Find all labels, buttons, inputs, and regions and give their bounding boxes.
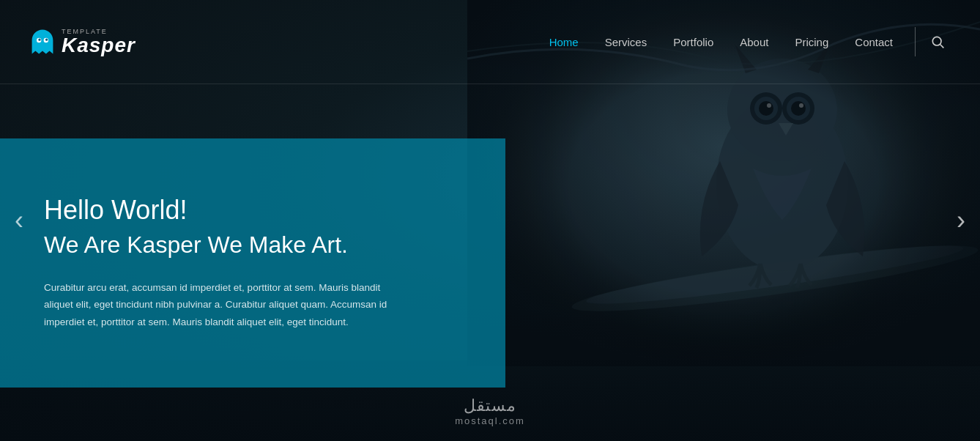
logo[interactable]: TEMPLATE Kasper — [29, 29, 136, 56]
logo-text: TEMPLATE Kasper — [62, 29, 136, 56]
watermark-arabic: مستقل — [455, 396, 525, 415]
nav-pricing[interactable]: Pricing — [782, 0, 842, 84]
carousel-next-button[interactable]: › — [949, 198, 973, 243]
nav-divider — [915, 27, 916, 56]
nav-portfolio[interactable]: Portfolio — [660, 0, 727, 84]
nav-home[interactable]: Home — [536, 0, 592, 84]
header: TEMPLATE Kasper Home Services Portfolio … — [0, 0, 980, 84]
search-button[interactable] — [924, 34, 951, 49]
watermark-url: mostaql.com — [455, 415, 525, 426]
hero-content-box: Hello World! We Are Kasper We Make Art. … — [0, 138, 505, 388]
svg-point-20 — [45, 39, 48, 41]
nav-services[interactable]: Services — [592, 0, 661, 84]
search-icon — [930, 34, 945, 49]
hero-description: Curabitur arcu erat, accumsan id imperdi… — [44, 279, 396, 331]
watermark: مستقل mostaql.com — [455, 396, 525, 426]
svg-line-22 — [940, 45, 944, 48]
svg-point-19 — [38, 39, 40, 41]
hero-section: Hello World! We Are Kasper We Make Art. … — [0, 84, 980, 441]
hero-greeting: Hello World! — [44, 195, 469, 226]
carousel-prev-button[interactable]: ‹ — [7, 198, 31, 243]
nav-about[interactable]: About — [727, 0, 782, 84]
hero-tagline: We Are Kasper We Make Art. — [44, 231, 469, 259]
svg-point-21 — [932, 37, 941, 45]
main-nav: Home Services Portfolio About Pricing Co… — [536, 0, 951, 84]
nav-contact[interactable]: Contact — [842, 0, 906, 84]
ghost-icon — [29, 29, 56, 55]
